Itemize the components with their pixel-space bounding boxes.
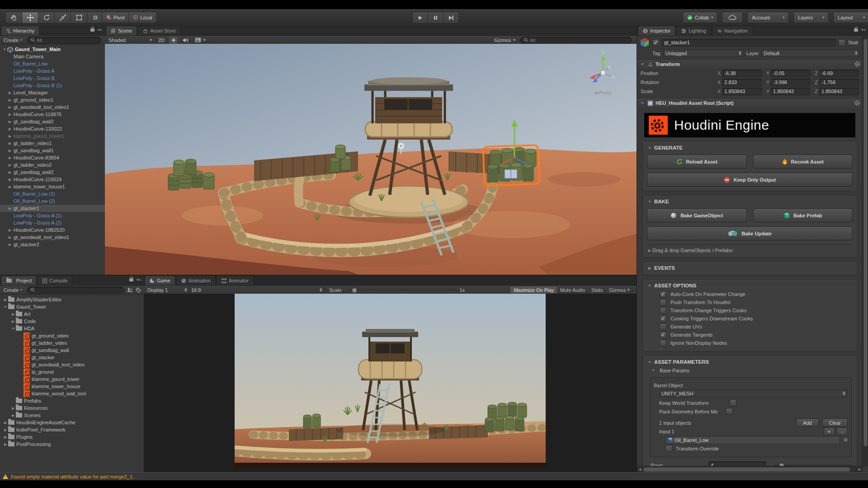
hierarchy-item[interactable]: ▶klamme_tower_house1 — [0, 183, 105, 190]
hierarchy-item[interactable]: ▶Oil_Barrel_Low (2) — [0, 197, 105, 205]
scale-z-field[interactable]: 1.850843 — [819, 88, 859, 95]
hierarchy-root-item[interactable]: ▼ Gaurd_Tower_Main — [0, 46, 105, 53]
effects-dropdown[interactable]: ▾ — [193, 37, 208, 44]
search-by-label-icon[interactable] — [136, 287, 141, 293]
hierarchy-item[interactable]: ▶gt_ladder_video2 — [0, 161, 105, 169]
dragdrop-foldout[interactable]: ▶ Drag & drop GameObjects / Prefabs: — [647, 244, 853, 253]
gear-icon[interactable] — [854, 100, 860, 106]
asset-option-checkbox[interactable] — [660, 340, 666, 347]
local-toggle-button[interactable]: Local — [129, 12, 156, 23]
create-dropdown[interactable]: Create▾ — [2, 37, 24, 44]
fold-arrow-icon[interactable]: ▶ — [7, 228, 13, 232]
fold-arrow-icon[interactable]: ▶ — [10, 406, 16, 410]
transform-component-header[interactable]: ▼ Transform — [637, 59, 863, 69]
inspector-horizontal-scrollbar[interactable]: ◀ ▶ — [637, 466, 863, 472]
fold-arrow-icon[interactable]: ▼ — [2, 47, 7, 52]
cloud-button[interactable] — [722, 12, 743, 23]
input-minus-button[interactable]: - — [837, 427, 848, 436]
base-params-foldout[interactable]: ▼ Base Params — [647, 366, 853, 375]
mute-audio-toggle[interactable]: Mute Audio — [557, 286, 588, 293]
fold-arrow-icon[interactable]: ▶ — [3, 421, 8, 425]
hierarchy-item[interactable]: ▶LowPoly - Grass B — [0, 75, 105, 82]
step-button[interactable] — [443, 12, 459, 23]
events-header[interactable]: ▶EVENTS — [647, 265, 853, 271]
tab-scene[interactable]: Scene — [106, 26, 137, 35]
bake-update-button[interactable]: Bake Update — [647, 226, 853, 240]
fold-arrow-icon[interactable]: ▶ — [7, 170, 13, 174]
tag-dropdown[interactable]: Untagged — [663, 49, 744, 57]
input-plus-button[interactable]: + — [824, 427, 835, 436]
fold-arrow-icon[interactable]: ▼ — [640, 101, 645, 105]
rotation-x-field[interactable]: 2.833 — [722, 79, 761, 86]
scale-y-field[interactable]: 1.850843 — [771, 88, 810, 95]
lock-icon[interactable] — [854, 28, 858, 32]
hierarchy-item[interactable]: ▶klamme_gaurd_tower1 — [0, 132, 105, 140]
fold-arrow-icon[interactable]: ▶ — [3, 298, 8, 302]
project-tree-item[interactable]: ▶Prefabs — [0, 397, 144, 404]
create-dropdown[interactable]: Create▾ — [2, 286, 24, 294]
hierarchy-item[interactable]: ▶gt_sandbag_wall1 — [0, 147, 105, 154]
scroll-right-icon[interactable]: ▶ — [857, 468, 863, 471]
active-checkbox[interactable] — [652, 39, 659, 46]
project-tree-item[interactable]: ▶Scenes — [0, 412, 144, 419]
rotation-y-field[interactable]: -3.996 — [771, 79, 810, 86]
fold-arrow-icon[interactable]: ▶ — [647, 249, 652, 253]
hierarchy-item[interactable]: ▶Level_Manager — [0, 89, 105, 96]
hierarchy-item[interactable]: ▶LowPoly - Grass A — [0, 67, 105, 75]
fold-arrow-icon[interactable]: ▼ — [3, 305, 8, 309]
hierarchy-item[interactable]: ▶gt_stacker1 — [0, 205, 105, 212]
hierarchy-item[interactable]: ▶Main Camera — [0, 53, 105, 60]
hierarchy-item[interactable]: ▶HoudiniCurve-83854 — [0, 154, 105, 161]
fold-arrow-icon[interactable]: ▶ — [7, 141, 13, 145]
fold-arrow-icon[interactable]: ▶ — [10, 312, 16, 316]
scroll-left-icon[interactable]: ◀ — [637, 468, 643, 471]
fold-arrow-icon[interactable]: ▶ — [7, 243, 13, 247]
asset-option-checkbox[interactable] — [660, 332, 666, 338]
hierarchy-search-input[interactable]: All — [27, 37, 101, 44]
fold-arrow-icon[interactable]: ▼ — [647, 146, 652, 150]
play-button[interactable] — [412, 12, 428, 23]
add-input-button[interactable]: Add — [796, 418, 819, 427]
project-tree-item[interactable]: ▼Gaurd_Tower — [0, 303, 144, 310]
hierarchy-item[interactable]: ▶gt_ladder_video1 — [0, 140, 105, 147]
tab-console[interactable]: Console — [38, 276, 72, 285]
project-tree-item[interactable]: ▶IndiePixel_Framework — [0, 426, 144, 433]
fold-arrow-icon[interactable]: ▼ — [647, 284, 652, 288]
pause-button[interactable] — [428, 12, 443, 23]
project-tree-item[interactable]: ▶Art — [0, 310, 144, 318]
fold-arrow-icon[interactable]: ▶ — [3, 428, 8, 432]
bake-prefab-button[interactable]: Bake Prefab — [753, 208, 853, 222]
pivot-toggle-button[interactable]: Pivot — [102, 12, 129, 23]
fold-arrow-icon[interactable]: ▶ — [7, 113, 13, 117]
game-viewport[interactable] — [235, 294, 546, 469]
bake-gameobject-button[interactable]: Bake GameObject — [647, 208, 747, 222]
transform-tool-button[interactable] — [87, 12, 104, 23]
barrel-object-dropdown[interactable]: UNITY_MESH — [659, 389, 848, 397]
scale-slider[interactable] — [350, 287, 457, 293]
static-checkbox[interactable] — [839, 39, 845, 46]
transform-override-checkbox[interactable] — [665, 445, 672, 452]
asset-parameters-header[interactable]: ▼ASSET PARAMETERS — [647, 359, 853, 365]
generate-header[interactable]: ▼GENERATE — [647, 145, 853, 150]
lock-icon[interactable] — [129, 278, 133, 282]
hierarchy-item[interactable]: ▶HoudiniCurve-118876 — [0, 111, 105, 118]
gizmos-dropdown[interactable]: Gizmos▾ — [492, 37, 517, 44]
fold-arrow-icon[interactable]: ▼ — [647, 360, 652, 364]
keep-only-output-button[interactable]: Keep Only Output — [647, 173, 853, 187]
fold-arrow-icon[interactable]: ▶ — [7, 105, 13, 109]
project-tree-item[interactable]: ▶Plugins — [0, 433, 144, 441]
recook-asset-button[interactable]: Recook Asset — [753, 155, 853, 169]
project-tree-item[interactable]: ▶HoudiniEngineAssetCache — [0, 419, 144, 426]
bake-header[interactable]: ▼BAKE — [647, 199, 853, 204]
gear-icon[interactable] — [854, 61, 860, 67]
project-tree-item[interactable]: ▼HDA — [0, 325, 144, 332]
tab-asset-store[interactable]: Asset Store — [138, 26, 181, 35]
keep-world-transform-checkbox[interactable] — [730, 399, 736, 406]
position-z-field[interactable]: -6.69 — [819, 70, 859, 77]
project-tree-item[interactable]: ▶gt_stacker — [0, 354, 144, 361]
tab-hierarchy[interactable]: Hierarchy — [1, 26, 39, 35]
project-tree-item[interactable]: ▶gt_ground_video — [0, 332, 144, 339]
pack-geometry-checkbox[interactable] — [726, 408, 733, 415]
asset-option-checkbox[interactable] — [660, 299, 666, 306]
asset-option-checkbox[interactable] — [660, 324, 666, 330]
